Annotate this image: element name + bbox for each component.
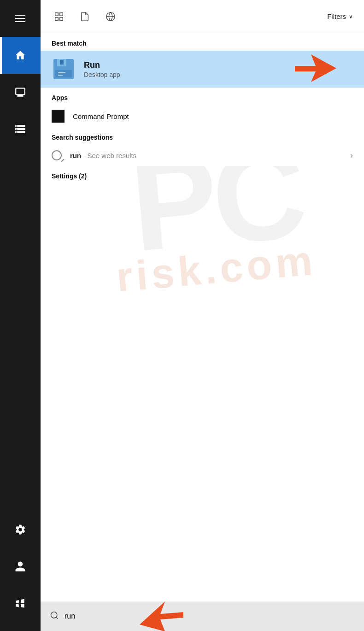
sidebar [0, 0, 41, 631]
suggestion-text: run - See web results [70, 152, 342, 159]
menu-icon [15, 15, 25, 22]
svg-rect-1 [60, 12, 63, 15]
sidebar-hamburger[interactable] [0, 0, 41, 37]
sidebar-item-windows[interactable] [0, 585, 41, 622]
search-icon [52, 150, 62, 160]
chevron-right-icon: › [350, 151, 353, 160]
person-icon [14, 560, 27, 573]
best-match-title: Run [84, 60, 120, 70]
settings-header: Settings (2) [41, 166, 364, 183]
search-bar-icon [50, 611, 59, 622]
svg-rect-10 [58, 72, 65, 73]
watermark: PC risk.com [68, 125, 364, 602]
best-match-header: Best match [41, 33, 364, 51]
bottom-arrow-annotation [137, 599, 183, 631]
grid-icon[interactable] [52, 9, 66, 24]
best-match-subtitle: Desktop app [84, 71, 120, 78]
sidebar-item-server[interactable] [0, 111, 41, 147]
windows-icon [14, 597, 27, 610]
filters-label: Filters [327, 12, 346, 20]
svg-rect-11 [58, 75, 63, 76]
run-app-icon [52, 57, 76, 81]
svg-marker-12 [295, 54, 336, 82]
sidebar-item-home[interactable] [0, 37, 41, 74]
sidebar-item-user[interactable] [0, 548, 41, 585]
sidebar-item-settings[interactable] [0, 511, 41, 548]
svg-marker-15 [140, 602, 183, 631]
command-prompt-icon [52, 110, 65, 123]
svg-line-14 [56, 617, 58, 619]
arrow-annotation [295, 52, 336, 86]
best-match-run[interactable]: Run Desktop app [41, 51, 364, 88]
svg-rect-9 [55, 70, 72, 77]
device-icon [14, 86, 27, 99]
toolbar: Filters ∨ [41, 0, 364, 33]
search-suggestions-header: Search suggestions [41, 127, 364, 145]
svg-point-13 [51, 612, 57, 618]
apps-header: Apps [41, 88, 364, 105]
svg-rect-2 [55, 17, 58, 20]
search-bar [41, 602, 364, 631]
sidebar-item-device[interactable] [0, 74, 41, 111]
results-panel: PC risk.com Best match [41, 33, 364, 602]
svg-rect-3 [60, 17, 63, 20]
svg-rect-8 [60, 60, 64, 65]
document-icon[interactable] [77, 9, 92, 24]
sidebar-bottom [0, 511, 41, 631]
chevron-down-icon: ∨ [349, 13, 353, 20]
main-content: Filters ∨ PC risk.com Best match [41, 0, 364, 631]
command-prompt-item[interactable]: Command Prompt [41, 105, 364, 127]
svg-rect-0 [55, 12, 58, 15]
best-match-text: Run Desktop app [84, 60, 120, 78]
search-suggestion-run[interactable]: run - See web results › [41, 145, 364, 166]
search-input[interactable] [65, 612, 355, 620]
globe-icon[interactable] [103, 9, 118, 24]
gear-icon [14, 523, 27, 536]
command-prompt-label: Command Prompt [73, 112, 129, 120]
server-icon [14, 123, 27, 136]
home-icon [14, 49, 27, 62]
filters-button[interactable]: Filters ∨ [327, 12, 353, 20]
